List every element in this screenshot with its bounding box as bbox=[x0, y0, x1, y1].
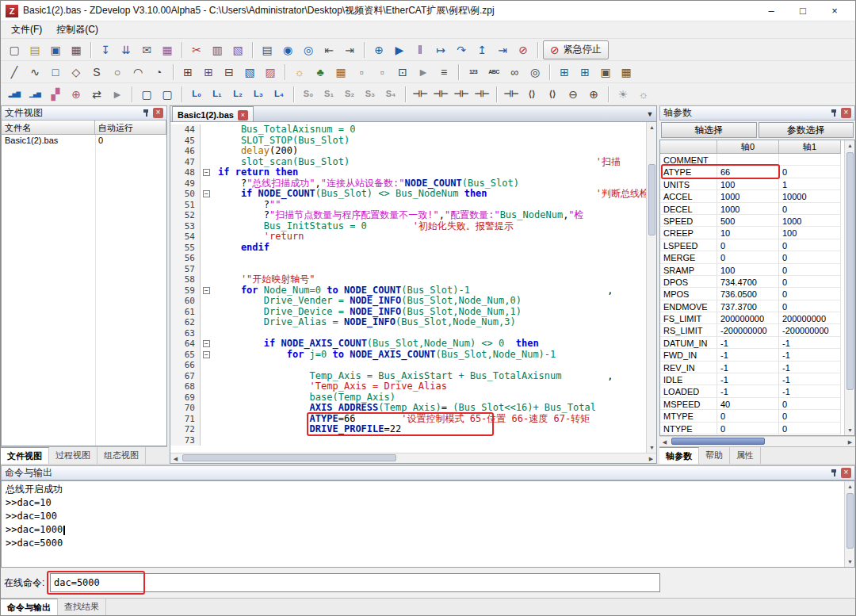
maximize-button[interactable]: □ bbox=[787, 2, 819, 20]
param-value-axis0[interactable]: 100 bbox=[717, 264, 779, 276]
merge-cells-button[interactable]: ⊟ bbox=[220, 63, 239, 82]
param-value-axis0[interactable]: 736.0500 bbox=[717, 288, 779, 300]
param-value-axis0[interactable]: -1 bbox=[717, 349, 779, 361]
insert-table-button[interactable]: ⊞ bbox=[178, 63, 197, 82]
hmi-touch-button[interactable]: ► bbox=[414, 63, 433, 82]
menu-item-1[interactable]: 控制器(C) bbox=[49, 21, 105, 38]
connect-button[interactable]: ⊕ bbox=[369, 40, 388, 59]
param-value-axis1[interactable]: -1 bbox=[779, 373, 841, 385]
paste-button[interactable]: ▧ bbox=[228, 40, 247, 59]
display-day-button[interactable]: ☀ bbox=[613, 85, 632, 104]
download-ram-button[interactable]: ⇊ bbox=[117, 40, 136, 59]
local-window-button[interactable]: ▫ bbox=[373, 63, 392, 82]
globe-view-button[interactable]: ◎ bbox=[525, 63, 545, 82]
scrollbar-thumb[interactable] bbox=[648, 164, 655, 235]
param-value-axis0[interactable]: 1000 bbox=[717, 203, 779, 215]
draw-line-button[interactable]: ╱ bbox=[5, 63, 24, 82]
watch-bulb-button[interactable]: ☼ bbox=[290, 63, 309, 82]
close-button[interactable]: × bbox=[819, 2, 850, 20]
axis-panel-tab-1[interactable]: 帮助 bbox=[699, 447, 730, 464]
find-button[interactable]: ◉ bbox=[278, 40, 297, 59]
scroll-down-icon[interactable]: ▼ bbox=[647, 442, 657, 453]
scope-s2-button[interactable]: S₂ bbox=[340, 85, 359, 104]
latch-l2-button[interactable]: L₂ bbox=[228, 85, 247, 104]
code-area[interactable]: 44 Bus_TotalAxisnum = 045 SLOT_STOP(Bus_… bbox=[170, 122, 646, 453]
target-position-button[interactable]: ⊕ bbox=[67, 85, 86, 104]
register-grid-button[interactable]: ▦ bbox=[158, 40, 177, 59]
draw-circle-button[interactable]: ○ bbox=[108, 63, 127, 82]
param-value-axis1[interactable]: 0 bbox=[779, 398, 841, 410]
trigger-rise-button[interactable]: ⊣⊢ bbox=[411, 85, 430, 104]
param-value-axis0[interactable]: -1 bbox=[717, 373, 779, 385]
param-value-axis1[interactable]: 0 bbox=[779, 423, 841, 434]
axis-vertical-scrollbar[interactable]: ▲ ▼ bbox=[844, 140, 854, 435]
scope-s4-button[interactable]: S₄ bbox=[381, 85, 400, 104]
param-value-axis1[interactable]: 0 bbox=[779, 264, 841, 276]
find-in-files-button[interactable]: ◎ bbox=[299, 40, 318, 59]
param-value-axis1[interactable]: 0 bbox=[779, 276, 841, 288]
param-value-axis1[interactable]: 10000 bbox=[779, 190, 841, 202]
fold-toggle-icon[interactable]: − bbox=[203, 351, 210, 358]
pan-view-button[interactable]: ⇄ bbox=[87, 85, 106, 104]
param-value-axis0[interactable]: 66 bbox=[717, 166, 779, 178]
file-view-tab-2[interactable]: 组态视图 bbox=[97, 447, 146, 464]
draw-scurve-button[interactable]: S bbox=[87, 63, 106, 82]
param-value-axis1[interactable]: 1000 bbox=[779, 215, 841, 227]
insert-image-button[interactable]: ▧ bbox=[240, 63, 259, 82]
goto-prev-button[interactable]: ⇤ bbox=[319, 40, 338, 59]
fold-toggle-icon[interactable]: − bbox=[203, 190, 210, 197]
draw-arc-button[interactable]: ◠ bbox=[128, 63, 147, 82]
scope-chart-button[interactable]: ▂▅▇ bbox=[5, 85, 24, 104]
param-value-axis0[interactable]: 737.3700 bbox=[717, 300, 779, 312]
compare-open-button[interactable]: ⟨⟩ bbox=[522, 85, 541, 104]
fold-toggle-icon[interactable]: − bbox=[203, 340, 210, 347]
param-value-axis0[interactable]: -1 bbox=[717, 385, 779, 397]
image-edit-button[interactable]: ▨ bbox=[261, 63, 280, 82]
param-value-axis1[interactable]: 0 bbox=[779, 239, 841, 251]
io-map-button[interactable]: ∞ bbox=[505, 63, 524, 82]
pin-icon[interactable] bbox=[142, 109, 151, 117]
param-value-axis1[interactable]: 0 bbox=[779, 203, 841, 215]
xy-chart-button[interactable]: ▁▄▆ bbox=[25, 85, 44, 104]
online-command-input[interactable] bbox=[50, 573, 660, 592]
param-value-axis0[interactable]: -1 bbox=[717, 362, 779, 373]
compare-close-button[interactable]: ⟨⟩ bbox=[543, 85, 562, 104]
param-value-axis0[interactable]: -1 bbox=[717, 337, 779, 349]
param-value-axis0[interactable]: 0 bbox=[717, 410, 779, 422]
param-value-axis0[interactable]: 40 bbox=[717, 398, 779, 410]
numeric-display-button[interactable]: 123 bbox=[464, 63, 483, 82]
compare-equal-button[interactable]: ⊣⊢ bbox=[502, 85, 521, 104]
run-button[interactable]: ▶ bbox=[390, 40, 409, 59]
param-value-axis0[interactable]: 734.4700 bbox=[717, 276, 779, 288]
editor-tab-basic1[interactable]: Basic1(2).bas × bbox=[172, 106, 254, 121]
param-value-axis1[interactable]: -1 bbox=[779, 349, 841, 361]
manual-move-button[interactable]: ▞ bbox=[46, 85, 65, 104]
param-value-axis0[interactable]: 1000 bbox=[717, 190, 779, 202]
watch-window-button[interactable]: ▫ bbox=[352, 63, 371, 82]
column-header-axis1[interactable]: 轴1 bbox=[779, 140, 841, 154]
draw-sector-button[interactable]: ◔ bbox=[149, 63, 168, 82]
column-header-axis0[interactable]: 轴0 bbox=[717, 140, 779, 154]
menu-item-0[interactable]: 文件(F) bbox=[4, 21, 49, 38]
param-value-axis0[interactable]: -200000000 bbox=[717, 324, 779, 336]
param-value-axis1[interactable]: -1 bbox=[779, 337, 841, 349]
param-value-axis0[interactable]: 100 bbox=[717, 178, 779, 190]
param-value-axis0[interactable] bbox=[717, 154, 779, 166]
scroll-up-icon[interactable]: ▲ bbox=[845, 481, 855, 492]
param-value-axis0[interactable]: 10 bbox=[717, 227, 779, 239]
scroll-down-icon[interactable]: ▼ bbox=[845, 425, 855, 435]
param-value-axis1[interactable]: 1 bbox=[779, 178, 841, 190]
run-to-cursor-button[interactable]: ⇥ bbox=[493, 40, 512, 59]
param-value-axis0[interactable]: 0 bbox=[717, 239, 779, 251]
step-over-button[interactable]: ↷ bbox=[452, 40, 471, 59]
copy-button[interactable]: ▥ bbox=[208, 40, 227, 59]
scrollbar-thumb[interactable] bbox=[846, 493, 854, 549]
pin-icon[interactable] bbox=[830, 469, 839, 477]
save-button[interactable]: ▣ bbox=[46, 40, 65, 59]
param-value-axis1[interactable]: 0 bbox=[779, 166, 841, 178]
param-value-axis1[interactable]: 0 bbox=[779, 251, 841, 263]
step-out-button[interactable]: ↥ bbox=[472, 40, 491, 59]
download-rom-button[interactable]: ↧ bbox=[96, 40, 115, 59]
scroll-left-icon[interactable]: ◀ bbox=[170, 453, 181, 464]
editor-vertical-scrollbar[interactable]: ▲ ▼ bbox=[646, 122, 656, 453]
